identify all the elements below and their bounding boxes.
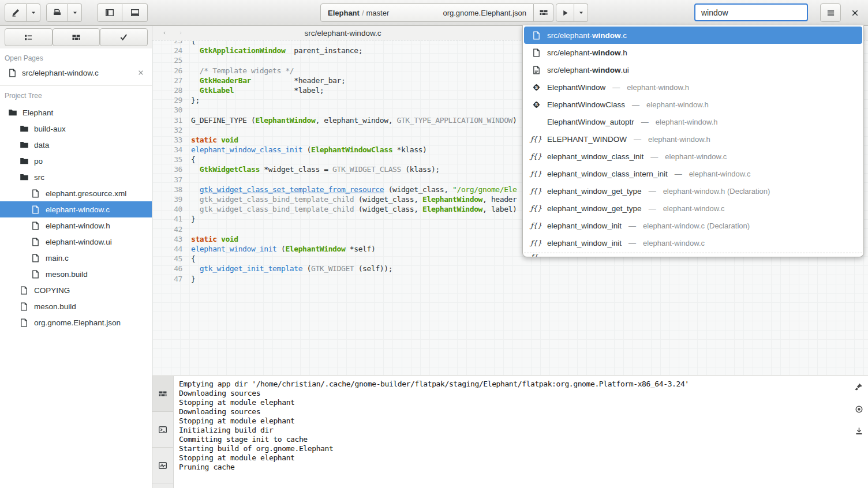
line-number: 29 (152, 95, 182, 105)
function-icon: ƒ{} (531, 153, 541, 160)
line-number: 34 (152, 145, 182, 155)
line-number: 33 (152, 135, 182, 145)
build-log-actions (853, 381, 865, 437)
tree-item-meson-build[interactable]: meson.build (0, 298, 152, 314)
folder-icon (8, 108, 18, 117)
result-separator: — (612, 83, 620, 92)
tab-terminal[interactable] (152, 412, 173, 448)
run-button[interactable] (556, 3, 574, 22)
function-icon: ƒ{} (531, 187, 541, 194)
search-result-item[interactable]: ƒ{}elephant_window_init—elephant-window.… (524, 217, 862, 234)
result-location: elephant-window.c (665, 152, 727, 161)
tree-item-elephant-window-c[interactable]: elephant-window.c (0, 201, 152, 217)
tree-item-src[interactable]: src (0, 169, 152, 185)
tree-item-elephant-window-h[interactable]: elephant-window.h (0, 217, 152, 234)
search-result-item[interactable]: src/elephant-window.ui (524, 61, 862, 78)
close-page-button[interactable] (133, 65, 148, 80)
search-result-item[interactable]: ƒ{}ELEPHANT_WINDOW—elephant-window.h (524, 130, 862, 148)
search-result-item[interactable]: src/elephant-window.h (524, 44, 862, 61)
save-log-button[interactable] (853, 425, 865, 437)
search-result-item[interactable]: ƒ{}elephant_window_class_intern_init—ele… (524, 165, 862, 182)
result-name: elephant_window_init (547, 239, 622, 247)
result-separator: — (649, 204, 656, 213)
build-log-output[interactable]: Emptying app dir '/home/christian/.cache… (179, 376, 845, 488)
search-result-item[interactable]: ElephantWindow_autoptr—elephant-window.h (524, 113, 862, 130)
bricks-icon (158, 389, 167, 399)
search-result-item[interactable]: SElephantWindow—elephant-window.h (524, 78, 862, 96)
result-location: elephant-window.c (643, 239, 705, 247)
file-icon (20, 286, 29, 295)
tree-item-elephant-window-ui[interactable]: elephant-window.ui (0, 234, 152, 250)
open-page-item[interactable]: src/elephant-window.c (0, 65, 152, 81)
close-icon (851, 9, 859, 17)
device-caret[interactable] (68, 3, 82, 22)
edit-mode-caret[interactable] (27, 3, 40, 22)
tree-item-copying[interactable]: COPYING (0, 282, 152, 298)
log-line: Downloading sources (179, 407, 845, 416)
function-icon: ƒ{} (531, 222, 541, 229)
line-number: 25 (152, 55, 182, 65)
search-result-item[interactable]: SElephantWindowClass—elephant-window.h (524, 96, 862, 113)
tree-item-label: main.c (46, 254, 69, 262)
search-result-item[interactable]: ƒ{}elephant_window_class_init—elephant-w… (524, 148, 862, 165)
clear-log-button[interactable] (853, 381, 865, 393)
class-icon: S (531, 83, 541, 92)
result-name: elephant_window_get_type (547, 187, 642, 196)
search-result-item[interactable]: ƒ{}elephant_window_get_type—elephant-win… (524, 182, 862, 200)
tree-item-elephant[interactable]: Elephant (0, 104, 152, 121)
function-icon: ƒ{} (530, 170, 542, 177)
result-separator: — (641, 118, 649, 126)
result-separator: — (628, 222, 636, 230)
tree-item-label: po (34, 157, 43, 166)
project-button[interactable]: Elephant/master org.gnome.Elephant.json (320, 3, 534, 22)
bottom-panel-tabs (152, 376, 174, 488)
function-icon: ƒ{} (530, 205, 542, 212)
tree-item-elephant-gresource-xml[interactable]: elephant.gresource.xml (0, 185, 152, 201)
code-text: gtk_widget_class_set_template_from_resou… (191, 185, 517, 194)
log-line: Starting build of org.gnome.Elephant (179, 444, 845, 453)
search-result-item[interactable]: ƒ{}elephant_window_get_type—elephant-win… (524, 200, 862, 217)
record-log-button[interactable] (853, 403, 865, 415)
global-search-input[interactable] (694, 3, 808, 21)
toggle-bottom-panel-button[interactable] (122, 3, 148, 22)
line-number: 26 (152, 66, 182, 76)
function-icon: ƒ{ (531, 253, 538, 257)
search-result-item[interactable]: src/elephant-window.c (524, 27, 862, 44)
close-icon (137, 69, 144, 76)
tree-item-meson-build[interactable]: meson.build (0, 266, 152, 282)
device-button[interactable] (46, 3, 68, 22)
line-number: 24 (152, 46, 182, 55)
build-targets-view-button[interactable] (53, 28, 100, 46)
line-number: 45 (152, 254, 182, 264)
pages-list-view-button[interactable] (5, 28, 53, 46)
tree-item-data[interactable]: data (0, 137, 152, 153)
search-result-item[interactable]: ƒ{}elephant_window_init—elephant-window.… (524, 234, 862, 251)
tree-item-po[interactable]: po (0, 153, 152, 169)
window-close-button[interactable] (846, 5, 863, 21)
folder-icon (20, 140, 29, 149)
log-line: Initializing build dir (179, 426, 845, 435)
code-text: GtkWidgetClass *widget_class = GTK_WIDGE… (191, 164, 440, 174)
tree-item-org-gnome-elephant-json[interactable]: org.gnome.Elephant.json (0, 314, 152, 331)
build-button[interactable] (534, 3, 553, 22)
todos-view-button[interactable] (100, 28, 148, 46)
headerbar: Elephant/master org.gnome.Elephant.json (0, 0, 868, 26)
tree-item-build-aux[interactable]: build-aux (0, 121, 152, 137)
code-text: } (191, 214, 195, 224)
edit-mode-button[interactable] (5, 3, 27, 22)
result-location: elephant-window.c (689, 170, 751, 178)
project-branch-label: Elephant/master (328, 9, 389, 17)
tree-item-main-c[interactable]: main.c (0, 250, 152, 266)
tab-profiler[interactable] (152, 448, 173, 483)
file-icon (8, 69, 17, 77)
toggle-left-panel-button[interactable] (97, 3, 122, 22)
project-bar: Elephant/master org.gnome.Elephant.json (320, 3, 553, 22)
result-location: elephant-window.h (648, 135, 710, 144)
line-number: 43 (152, 234, 182, 244)
tab-build-output[interactable] (152, 376, 173, 412)
run-options-caret[interactable] (574, 3, 588, 22)
menu-button[interactable] (820, 3, 841, 22)
class-icon: S (531, 100, 541, 109)
code-text: /* Template widgets */ (191, 66, 294, 76)
gnome-builder-window: Elephant/master org.gnome.Elephant.json (0, 0, 868, 488)
